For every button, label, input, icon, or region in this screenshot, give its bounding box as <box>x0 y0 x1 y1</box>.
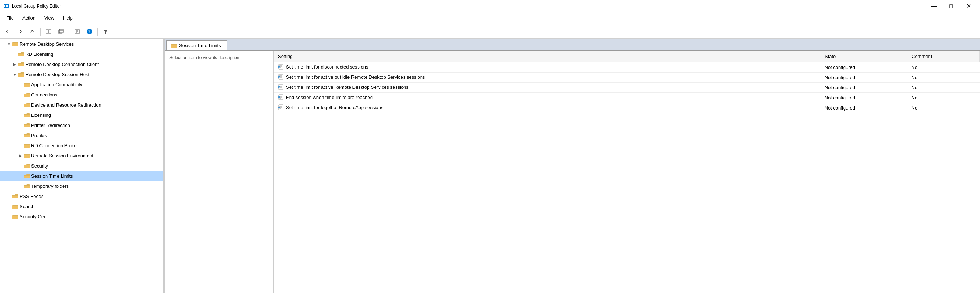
setting-doc-icon: ⚙ <box>278 94 284 100</box>
folder-icon-device-and-resource-redirection <box>24 101 30 108</box>
folder-tab-icon <box>170 43 177 49</box>
tree-item-connections[interactable]: Connections <box>0 90 163 100</box>
cell-state-2: Not configured <box>820 83 907 93</box>
window-title: Local Group Policy Editor <box>12 4 61 9</box>
tree-toggle-licensing[interactable] <box>18 112 24 118</box>
toolbar-separator-3 <box>97 27 98 35</box>
tree-toggle-application-compatibility[interactable] <box>18 82 24 87</box>
title-bar: Local Group Policy Editor — □ ✕ <box>0 0 980 12</box>
tree-toggle-device-and-resource-redirection[interactable] <box>18 102 24 108</box>
tree-toggle-rd-connection-broker[interactable] <box>18 142 24 148</box>
tree-toggle-session-time-limits[interactable] <box>18 173 24 179</box>
tree-toggle-remote-desktop-connection-client[interactable]: ▶ <box>12 61 18 67</box>
forward-button[interactable] <box>14 26 26 37</box>
toolbar-separator-1 <box>40 27 41 35</box>
folder-icon-session-time-limits <box>24 173 30 179</box>
tree-item-printer-redirection[interactable]: Printer Redirection <box>0 120 163 130</box>
cell-setting-1: ⚙ Set time limit for active but idle Rem… <box>274 72 820 83</box>
tree-toggle-remote-desktop-session-host[interactable]: ▼ <box>12 71 18 77</box>
folder-icon-rd-connection-broker <box>24 142 30 149</box>
tab-label: Session Time Limits <box>179 43 221 48</box>
folder-icon-rss-feeds <box>12 193 19 199</box>
help-button[interactable]: ? <box>84 26 95 37</box>
folder-icon-security <box>24 162 30 169</box>
back-button[interactable] <box>2 26 13 37</box>
tree-item-search[interactable]: Search <box>0 201 163 211</box>
cell-setting-2: ⚙ Set time limit for active Remote Deskt… <box>274 83 820 93</box>
maximize-button[interactable]: □ <box>943 1 959 11</box>
menu-help[interactable]: Help <box>59 14 77 22</box>
show-hide-tree-button[interactable] <box>43 26 54 37</box>
column-state[interactable]: State <box>820 51 907 62</box>
tree-item-remote-desktop-session-host[interactable]: ▼ Remote Desktop Session Host <box>0 69 163 79</box>
menu-view[interactable]: View <box>40 14 59 22</box>
tree-item-session-time-limits[interactable]: Session Time Limits <box>0 171 163 181</box>
tree-toggle-rss-feeds[interactable] <box>6 193 12 199</box>
up-button[interactable] <box>26 26 38 37</box>
tree-item-rd-connection-broker[interactable]: RD Connection Broker <box>0 140 163 151</box>
properties-button[interactable] <box>71 26 83 37</box>
description-panel: Select an item to view its description. <box>165 51 274 293</box>
title-bar-controls: — □ ✕ <box>925 1 977 11</box>
cell-state-1: Not configured <box>820 72 907 83</box>
tree-toggle-security[interactable] <box>18 163 24 169</box>
tree-label-remote-desktop-connection-client: Remote Desktop Connection Client <box>25 62 99 67</box>
tree-item-security-center[interactable]: Security Center <box>0 211 163 222</box>
tree-item-application-compatibility[interactable]: Application Compatibility <box>0 79 163 90</box>
tree-toggle-remote-desktop-services[interactable]: ▼ <box>6 41 12 47</box>
main-content: ▼ Remote Desktop Services RD Licensing ▶… <box>0 39 980 293</box>
tree-toggle-rd-licensing[interactable] <box>12 51 18 57</box>
setting-icon-0: ⚙ Set time limit for disconnected sessio… <box>278 64 368 70</box>
close-button[interactable]: ✕ <box>960 1 977 11</box>
setting-icon-2: ⚙ Set time limit for active Remote Deskt… <box>278 84 409 90</box>
tree-toggle-search[interactable] <box>6 203 12 209</box>
tree-item-remote-session-environment[interactable]: ▶ Remote Session Environment <box>0 151 163 161</box>
tree-label-security: Security <box>31 163 48 169</box>
menu-file[interactable]: File <box>2 14 18 22</box>
tree-panel[interactable]: ▼ Remote Desktop Services RD Licensing ▶… <box>0 39 163 293</box>
minimize-button[interactable]: — <box>925 1 942 11</box>
tree-container: ▼ Remote Desktop Services RD Licensing ▶… <box>0 39 163 222</box>
tree-label-search: Search <box>19 204 34 209</box>
tree-toggle-security-center[interactable] <box>6 214 12 219</box>
table-row[interactable]: ⚙ Set time limit for disconnected sessio… <box>274 62 980 72</box>
tree-toggle-connections[interactable] <box>18 92 24 98</box>
tree-label-application-compatibility: Application Compatibility <box>31 82 83 87</box>
folder-icon-remote-session-environment <box>24 152 30 159</box>
tree-toggle-temporary-folders[interactable] <box>18 183 24 189</box>
table-row[interactable]: ⚙ Set time limit for active Remote Deskt… <box>274 83 980 93</box>
filter-button[interactable] <box>100 26 111 37</box>
settings-table[interactable]: Setting State Comment <box>274 51 980 293</box>
tree-label-session-time-limits: Session Time Limits <box>31 173 73 179</box>
menu-action[interactable]: Action <box>18 14 40 22</box>
folder-icon-temporary-folders <box>24 183 30 189</box>
folder-icon-application-compatibility <box>24 81 30 88</box>
table-row[interactable]: ⚙ Set time limit for logoff of RemoteApp… <box>274 103 980 113</box>
table-row[interactable]: ⚙ Set time limit for active but idle Rem… <box>274 72 980 83</box>
tab-bar: Session Time Limits <box>165 39 980 51</box>
tree-toggle-printer-redirection[interactable] <box>18 122 24 128</box>
new-window-button[interactable] <box>55 26 67 37</box>
cell-comment-3: No <box>907 93 980 103</box>
cell-state-3: Not configured <box>820 93 907 103</box>
session-time-limits-tab[interactable]: Session Time Limits <box>167 40 227 50</box>
tree-item-remote-desktop-services[interactable]: ▼ Remote Desktop Services <box>0 39 163 49</box>
table-row[interactable]: ⚙ End session when time limits are reach… <box>274 93 980 103</box>
tree-toggle-remote-session-environment[interactable]: ▶ <box>18 153 24 159</box>
tree-item-device-and-resource-redirection[interactable]: Device and Resource Redirection <box>0 100 163 110</box>
tree-toggle-profiles[interactable] <box>18 132 24 138</box>
column-comment[interactable]: Comment <box>907 51 980 62</box>
app-icon <box>3 3 9 9</box>
tree-item-temporary-folders[interactable]: Temporary folders <box>0 181 163 191</box>
tree-item-rd-licensing[interactable]: RD Licensing <box>0 49 163 59</box>
folder-icon-connections <box>24 91 30 98</box>
column-setting[interactable]: Setting <box>274 51 820 62</box>
tree-item-profiles[interactable]: Profiles <box>0 130 163 140</box>
tree-item-security[interactable]: Security <box>0 161 163 171</box>
svg-rect-7 <box>59 29 63 33</box>
svg-text:?: ? <box>88 30 91 34</box>
tree-item-remote-desktop-connection-client[interactable]: ▶ Remote Desktop Connection Client <box>0 59 163 69</box>
tree-item-licensing[interactable]: Licensing <box>0 110 163 120</box>
folder-icon-printer-redirection <box>24 122 30 128</box>
tree-item-rss-feeds[interactable]: RSS Feeds <box>0 191 163 201</box>
